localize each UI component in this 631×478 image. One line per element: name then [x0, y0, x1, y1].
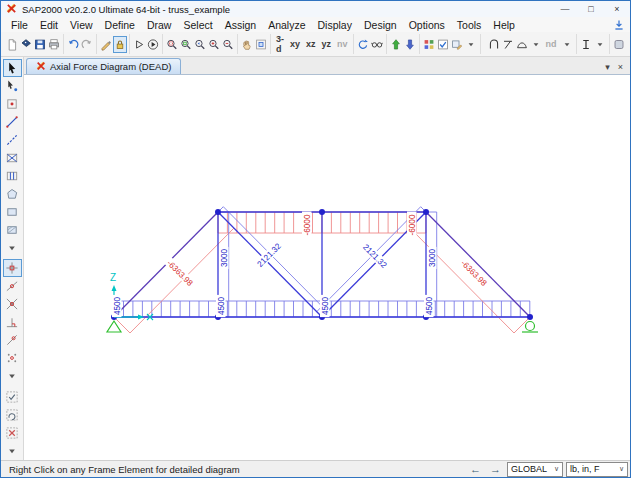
coordinate-system-dropdown[interactable]: GLOBAL ∨	[507, 462, 563, 477]
snap-midpoints-icon[interactable]	[3, 277, 22, 295]
toolbar-group: nd	[485, 34, 577, 54]
coordinate-system-value: GLOBAL	[511, 464, 547, 474]
axial-force-label: -6000	[302, 212, 312, 239]
section-solid-icon[interactable]	[612, 36, 626, 53]
menu-define[interactable]: Define	[99, 19, 141, 31]
restore-selection-icon[interactable]	[3, 406, 22, 424]
view-nv-button: nv	[334, 36, 351, 53]
redo-icon[interactable]	[80, 36, 94, 53]
shrink-objects-icon[interactable]	[422, 36, 436, 53]
perspective-icon[interactable]	[370, 36, 384, 53]
menu-help[interactable]: Help	[487, 19, 521, 31]
new-file-icon[interactable]	[5, 36, 19, 53]
dropdown-small-icon[interactable]	[3, 239, 22, 257]
display-options-icon[interactable]	[436, 36, 450, 53]
save-icon[interactable]	[33, 36, 47, 53]
tab-close-icon[interactable]: ×	[618, 62, 623, 72]
menu-view[interactable]: View	[64, 19, 99, 31]
dropdown-small-icon[interactable]	[3, 367, 22, 385]
zoom-out-icon[interactable]	[221, 36, 235, 53]
dropdown-small-icon[interactable]	[560, 36, 574, 53]
menu-edit[interactable]: Edit	[34, 19, 64, 31]
quick-area-icon[interactable]	[3, 221, 22, 239]
draw-frame-icon[interactable]	[3, 113, 22, 131]
draw-poly-area-icon[interactable]	[3, 185, 22, 203]
view-xy-button[interactable]: xy	[287, 36, 303, 53]
section-i-icon[interactable]	[579, 36, 593, 53]
units-dropdown[interactable]: lb, in, F ∨	[566, 462, 628, 477]
minimize-button[interactable]: —	[552, 1, 578, 17]
pin-toolbar-icon[interactable]	[613, 19, 630, 31]
snap-intersections-icon[interactable]	[3, 295, 22, 313]
zoom-rubber-icon[interactable]	[165, 36, 179, 53]
tab-axial-force-diagram[interactable]: Axial Force Diagram (DEAD)	[26, 58, 181, 74]
print-icon[interactable]	[47, 36, 61, 53]
clear-selection-icon[interactable]	[3, 424, 22, 442]
run-analysis-icon[interactable]	[146, 36, 160, 53]
undo-icon[interactable]	[66, 36, 80, 53]
pan-icon[interactable]	[240, 36, 254, 53]
status-bar: Right Click on any Frame Element for det…	[1, 460, 630, 477]
lock-icon[interactable]	[113, 36, 127, 53]
snap-grid-icon[interactable]	[3, 349, 22, 367]
model-canvas[interactable]: Z 4500 4500 4500 4500 3000 3000 -6000 -6…	[24, 74, 630, 460]
menu-assign[interactable]: Assign	[219, 19, 263, 31]
view-xz-button[interactable]: xz	[303, 36, 319, 53]
start-animation-right-button[interactable]: →	[487, 462, 504, 476]
moment-diagram-icon[interactable]	[515, 36, 529, 53]
joint[interactable]	[319, 209, 325, 215]
view-yz-button[interactable]: yz	[319, 36, 335, 53]
menu-options[interactable]: Options	[403, 19, 451, 31]
menu-bar: FileEditViewDefineDrawSelectAssignAnalyz…	[1, 17, 630, 32]
joint-restraints-icon[interactable]	[487, 36, 501, 53]
draw-pen-icon[interactable]	[99, 36, 113, 53]
zoom-full-icon[interactable]	[179, 36, 193, 53]
joint[interactable]	[215, 209, 221, 215]
tab-dropdown-icon[interactable]: ▾	[605, 62, 610, 72]
draw-joint-icon[interactable]	[3, 95, 22, 113]
svg-text:4500: 4500	[425, 296, 434, 315]
menu-draw[interactable]: Draw	[141, 19, 178, 31]
svg-text:-6363.98: -6363.98	[459, 259, 489, 289]
dropdown-small-icon[interactable]	[529, 36, 543, 53]
dropdown-small-icon[interactable]	[626, 36, 631, 53]
assign-display-icon[interactable]	[450, 36, 464, 53]
move-up-icon[interactable]	[389, 36, 403, 53]
move-down-icon[interactable]	[403, 36, 417, 53]
sap2000-window: SAP2000 v20.2.0 Ultimate 64-bit - truss_…	[0, 0, 631, 478]
menu-file[interactable]: File	[5, 19, 34, 31]
maximize-button[interactable]: □	[578, 1, 604, 17]
menu-tools[interactable]: Tools	[451, 19, 488, 31]
frame-releases-icon[interactable]	[501, 36, 515, 53]
snap-lines-icon[interactable]	[3, 331, 22, 349]
zoom-in-icon[interactable]	[207, 36, 221, 53]
joint[interactable]	[527, 314, 533, 320]
run-icon[interactable]	[132, 36, 146, 53]
aerial-view-icon[interactable]	[254, 36, 268, 53]
pointer-icon[interactable]	[3, 59, 22, 77]
menu-display[interactable]: Display	[312, 19, 358, 31]
menu-analyze[interactable]: Analyze	[262, 19, 311, 31]
select-reshape-icon[interactable]	[3, 77, 22, 95]
menu-design[interactable]: Design	[358, 19, 403, 31]
select-all-icon[interactable]	[3, 388, 22, 406]
menu-select[interactable]: Select	[177, 19, 218, 31]
dropdown-small-icon[interactable]	[464, 36, 478, 53]
zoom-previous-icon[interactable]	[193, 36, 207, 53]
quick-frame-icon[interactable]	[3, 131, 22, 149]
close-button[interactable]: ×	[604, 1, 630, 17]
dropdown-small-icon[interactable]	[593, 36, 607, 53]
open-file-icon[interactable]	[19, 36, 33, 53]
draw-rect-area-icon[interactable]	[3, 203, 22, 221]
svg-text:-6363.98: -6363.98	[165, 259, 195, 289]
rotate-view-icon[interactable]	[356, 36, 370, 53]
quick-secondary-icon[interactable]	[3, 167, 22, 185]
view-3d-button[interactable]: 3-d	[273, 36, 287, 53]
dropdown-small-icon[interactable]	[3, 442, 22, 460]
snap-perpendicular-icon[interactable]	[3, 313, 22, 331]
quick-braces-icon[interactable]	[3, 149, 22, 167]
snap-joints-icon[interactable]	[3, 259, 22, 277]
content-area: Axial Force Diagram (DEAD) ▾ × Z 4500 45…	[24, 57, 630, 460]
joint[interactable]	[423, 209, 429, 215]
start-animation-left-button[interactable]: ←	[467, 462, 484, 476]
